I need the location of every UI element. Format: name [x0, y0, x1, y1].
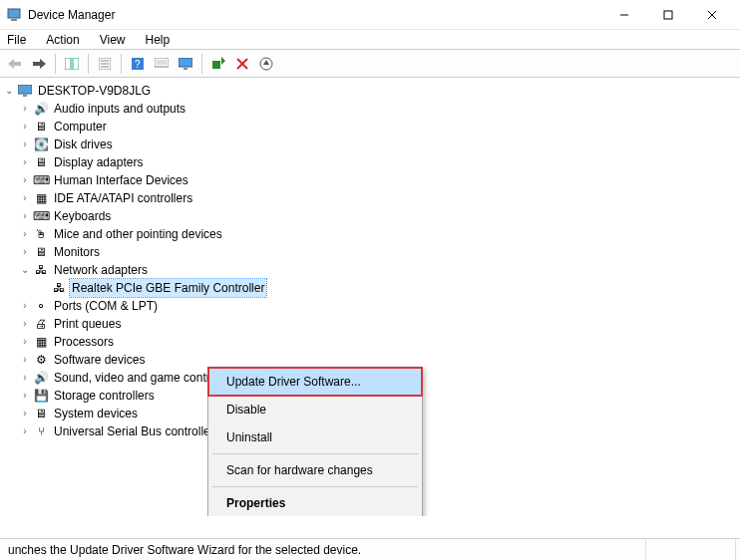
- device-category-icon: 🖥: [33, 119, 49, 135]
- device-category-icon: ⌨: [33, 208, 49, 224]
- device-category-icon: 🖥: [33, 154, 49, 170]
- nav-back-button[interactable]: [4, 53, 26, 75]
- device-category-icon: 🖥: [33, 244, 49, 260]
- expand-icon[interactable]: ›: [18, 225, 32, 243]
- titlebar: Device Manager: [0, 0, 740, 30]
- minimize-button[interactable]: [602, 1, 646, 29]
- tree-category[interactable]: ›💽Disk drives: [2, 136, 740, 153]
- tree-category-label: Network adapters: [52, 261, 150, 279]
- view-button[interactable]: [151, 53, 173, 75]
- tree-device-selected[interactable]: 🖧 Realtek PCIe GBE Family Controller: [2, 279, 740, 297]
- expand-icon[interactable]: ›: [18, 153, 32, 171]
- status-cell-empty: [646, 539, 736, 560]
- expand-icon[interactable]: ›: [18, 351, 32, 369]
- toolbar-separator: [88, 54, 89, 74]
- svg-rect-19: [157, 60, 167, 65]
- ctx-uninstall[interactable]: Uninstall: [208, 423, 422, 451]
- context-menu: Update Driver Software... Disable Uninst…: [207, 367, 423, 516]
- ctx-update-driver[interactable]: Update Driver Software...: [208, 368, 422, 396]
- svg-text:?: ?: [135, 59, 141, 70]
- tree-root[interactable]: ⌄ DESKTOP-V9D8JLG: [2, 82, 740, 100]
- expand-icon[interactable]: ›: [18, 333, 32, 351]
- tree-category[interactable]: ›▦Processors: [2, 333, 740, 351]
- tree-category[interactable]: ›🖱Mice and other pointing devices: [2, 225, 740, 243]
- expand-icon[interactable]: ›: [18, 422, 32, 440]
- tree-category-label: System devices: [52, 405, 140, 422]
- device-category-icon: 🖥: [33, 406, 49, 421]
- help-button[interactable]: ?: [127, 53, 149, 75]
- svg-rect-21: [184, 68, 187, 70]
- tree-category-label: Keyboards: [52, 207, 113, 225]
- tree-category-label: Print queues: [52, 315, 123, 333]
- expand-icon[interactable]: ›: [18, 100, 32, 118]
- tree-category[interactable]: ›🖨Print queues: [2, 315, 740, 333]
- svg-rect-22: [212, 61, 220, 69]
- menubar: File Action View Help: [0, 30, 740, 50]
- expand-icon[interactable]: ›: [18, 297, 32, 315]
- expand-icon[interactable]: ›: [18, 405, 32, 422]
- expand-icon[interactable]: ›: [18, 189, 32, 207]
- tree-category-network[interactable]: ⌄ 🖧 Network adapters: [2, 261, 740, 279]
- tree-category[interactable]: ›⌨Human Interface Devices: [2, 171, 740, 189]
- tree-category[interactable]: ›🖥Computer: [2, 118, 740, 136]
- menu-action[interactable]: Action: [43, 32, 82, 48]
- nav-forward-button[interactable]: [28, 53, 50, 75]
- expand-icon[interactable]: ›: [18, 243, 32, 261]
- tree-category[interactable]: ›⌨Keyboards: [2, 207, 740, 225]
- svg-rect-0: [8, 9, 20, 18]
- collapse-icon[interactable]: ⌄: [18, 261, 32, 279]
- properties-button[interactable]: [94, 53, 116, 75]
- close-button[interactable]: [690, 1, 734, 29]
- tree-category-label: Audio inputs and outputs: [52, 100, 187, 118]
- expand-icon[interactable]: ⌄: [2, 82, 16, 100]
- maximize-button[interactable]: [646, 1, 690, 29]
- tree-root-label: DESKTOP-V9D8JLG: [36, 82, 153, 100]
- tree-device-label: Realtek PCIe GBE Family Controller: [70, 279, 266, 297]
- tree-category-label: Universal Serial Bus controllers: [52, 422, 222, 440]
- update-driver-button[interactable]: [255, 53, 277, 75]
- window-title: Device Manager: [28, 8, 115, 22]
- tree-category[interactable]: ›🔊Audio inputs and outputs: [2, 100, 740, 118]
- app-icon: [6, 7, 22, 23]
- svg-rect-7: [13, 62, 21, 66]
- svg-rect-10: [65, 58, 71, 70]
- tree-category-label: Software devices: [52, 351, 147, 369]
- device-tree[interactable]: ⌄ DESKTOP-V9D8JLG ›🔊Audio inputs and out…: [0, 78, 740, 516]
- ctx-disable[interactable]: Disable: [208, 396, 422, 423]
- svg-rect-3: [664, 11, 672, 19]
- expand-icon[interactable]: ›: [18, 369, 32, 387]
- menu-help[interactable]: Help: [143, 32, 174, 48]
- expand-icon[interactable]: ›: [18, 136, 32, 153]
- toolbar: ?: [0, 50, 740, 78]
- ctx-scan[interactable]: Scan for hardware changes: [208, 456, 422, 484]
- scan-hardware-button[interactable]: [207, 53, 229, 75]
- device-category-icon: 🔊: [33, 370, 49, 386]
- tree-category[interactable]: ›🖥Display adapters: [2, 153, 740, 171]
- toolbar-separator: [201, 54, 202, 74]
- toolbar-separator: [121, 54, 122, 74]
- expand-icon[interactable]: ›: [18, 315, 32, 333]
- menu-file[interactable]: File: [4, 32, 29, 48]
- status-text: unches the Update Driver Software Wizard…: [4, 539, 646, 560]
- svg-rect-28: [18, 85, 32, 94]
- tree-category[interactable]: ›⚬Ports (COM & LPT): [2, 297, 740, 315]
- network-icon: 🖧: [33, 262, 49, 278]
- expand-icon[interactable]: ›: [18, 171, 32, 189]
- device-category-icon: ⚙: [33, 352, 49, 368]
- menu-view[interactable]: View: [97, 32, 129, 48]
- svg-rect-1: [11, 19, 17, 21]
- ctx-properties[interactable]: Properties: [208, 489, 422, 516]
- monitor-icon[interactable]: [175, 53, 196, 75]
- ctx-divider: [212, 453, 418, 454]
- show-hide-tree-button[interactable]: [61, 53, 83, 75]
- uninstall-button[interactable]: [231, 53, 253, 75]
- device-category-icon: ⑂: [33, 423, 49, 439]
- device-category-icon: 💾: [33, 388, 49, 404]
- tree-category[interactable]: ›🖥Monitors: [2, 243, 740, 261]
- tree-category[interactable]: ›▦IDE ATA/ATAPI controllers: [2, 189, 740, 207]
- expand-icon[interactable]: ›: [18, 207, 32, 225]
- svg-rect-20: [179, 58, 192, 67]
- expand-icon[interactable]: ›: [18, 387, 32, 405]
- tree-category-label: Monitors: [52, 243, 102, 261]
- expand-icon[interactable]: ›: [18, 118, 32, 136]
